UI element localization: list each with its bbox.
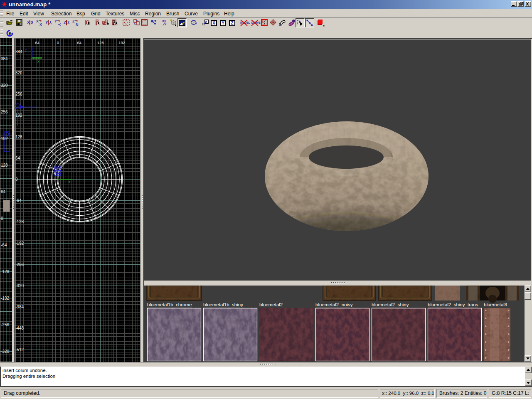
svg-text:-384: -384	[15, 305, 24, 309]
svg-text:E: E	[9, 32, 11, 36]
svg-text:-64: -64	[34, 40, 39, 45]
svg-text:y: y	[25, 47, 27, 52]
svg-text:-320: -320	[15, 283, 24, 288]
svg-text:-64: -64	[15, 198, 22, 203]
svg-text:≺: ≺	[58, 22, 61, 27]
svg-text:128: 128	[97, 40, 104, 45]
svg-text:64: 64	[15, 156, 20, 160]
svg-text:-448: -448	[15, 326, 24, 330]
svg-text:bluemetal2_noisy: bluemetal2_noisy	[315, 302, 353, 307]
svg-text:Z: Z	[72, 19, 75, 23]
svg-text:384: 384	[1, 57, 8, 61]
svg-text:bluemetal1b_shiny: bluemetal1b_shiny	[203, 302, 243, 307]
svg-text:-256: -256	[1, 323, 9, 327]
svg-text:192: 192	[15, 113, 22, 118]
svg-text:192: 192	[118, 40, 125, 45]
svg-text:0: 0	[1, 216, 3, 221]
svg-text:x: x	[68, 180, 70, 184]
svg-text:-256: -256	[15, 262, 24, 267]
svg-text:Y: Y	[54, 19, 57, 23]
svg-text:320: 320	[1, 83, 8, 88]
svg-text:-64: -64	[1, 243, 7, 247]
svg-text:x: x	[37, 59, 39, 64]
svg-text:X: X	[27, 20, 30, 25]
svg-text:bluemetal3: bluemetal3	[484, 302, 507, 307]
svg-text:0: 0	[57, 40, 59, 45]
svg-text:-128: -128	[1, 269, 9, 274]
svg-text:Σ: Σ	[67, 20, 70, 25]
svg-text:256: 256	[15, 92, 22, 96]
svg-text:zY: zY	[163, 22, 167, 26]
svg-text:X: X	[36, 19, 39, 23]
svg-text:128: 128	[15, 135, 22, 139]
svg-text:X: X	[31, 20, 33, 25]
svg-text:⅄: ⅄	[49, 20, 52, 25]
svg-text:256: 256	[1, 110, 8, 114]
svg-text:384: 384	[15, 49, 22, 54]
svg-text:64: 64	[77, 40, 81, 45]
svg-text:Z: Z	[64, 20, 66, 25]
svg-text:128: 128	[1, 163, 8, 167]
svg-text:0: 0	[15, 177, 18, 182]
svg-text:-512: -512	[15, 347, 24, 352]
svg-text:X: X	[39, 22, 42, 27]
svg-text:320: 320	[15, 71, 22, 75]
svg-text:64: 64	[1, 190, 6, 194]
svg-text:bluemetal2_shiny_trans: bluemetal2_shiny_trans	[428, 302, 478, 307]
svg-text:Y: Y	[45, 20, 48, 25]
svg-text:-192: -192	[1, 296, 9, 300]
svg-text:bluemetal2: bluemetal2	[259, 302, 283, 307]
svg-text:N: N	[76, 22, 79, 27]
svg-text:-192: -192	[15, 241, 24, 246]
svg-text:bluemetal1b_chrome: bluemetal1b_chrome	[147, 302, 192, 307]
svg-text:bluemetal2_shiny: bluemetal2_shiny	[372, 302, 409, 307]
svg-text:-128: -128	[15, 219, 24, 224]
svg-text:-320: -320	[1, 349, 9, 354]
